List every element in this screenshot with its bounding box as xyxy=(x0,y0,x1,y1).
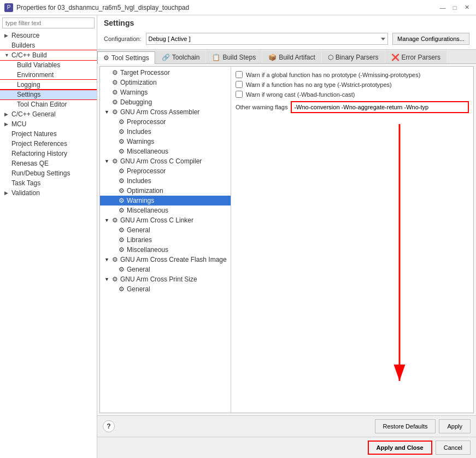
sidebar-item-label: Logging xyxy=(17,81,40,89)
sidebar-item-cpp-general[interactable]: ▶C/C++ General xyxy=(0,109,97,119)
sidebar-item-environment[interactable]: Environment xyxy=(0,70,97,80)
stree-item-gnu-asm[interactable]: ▼⚙GNU Arm Cross Assembler xyxy=(100,107,231,117)
tab-toolchain[interactable]: 🔗Toolchain xyxy=(156,51,206,63)
tab-icon-build-steps: 📋 xyxy=(212,54,220,61)
stree-label-libraries-linker: Libraries xyxy=(127,236,152,244)
stree-item-warnings[interactable]: ⚙Warnings xyxy=(100,87,231,97)
stree-icon-libraries-linker: ⚙ xyxy=(119,236,125,244)
sidebar-item-validation[interactable]: ▶Validation xyxy=(0,188,97,198)
stree-label-misc-linker: Miscellaneous xyxy=(127,246,168,254)
stree-icon-warnings-c: ⚙ xyxy=(119,197,125,204)
config-row: Configuration: Debug [ Active ] Manage C… xyxy=(104,31,469,47)
check-no-arg-type[interactable] xyxy=(236,81,243,88)
tab-build-artifact[interactable]: 📦Build Artifact xyxy=(262,51,321,63)
maximize-button[interactable]: □ xyxy=(450,3,460,13)
config-select[interactable]: Debug [ Active ] xyxy=(146,33,389,45)
stree-item-target-proc[interactable]: ⚙Target Processor xyxy=(100,68,231,78)
stree-label-optimization: Optimization xyxy=(120,79,157,86)
stree-label-general-print: General xyxy=(127,285,150,293)
stree-icon-general-print: ⚙ xyxy=(119,285,125,293)
stree-item-gnu-print[interactable]: ▼⚙GNU Arm Cross Print Size xyxy=(100,274,231,284)
apply-and-close-button[interactable]: Apply and Close xyxy=(368,441,432,455)
tab-icon-tool-settings: ⚙ xyxy=(103,54,109,62)
restore-defaults-button[interactable]: Restore Defaults xyxy=(375,419,436,433)
sidebar-item-build-vars[interactable]: Build Variables xyxy=(0,60,97,70)
stree-item-gnu-c-compiler[interactable]: ▼⚙GNU Arm Cross C Compiler xyxy=(100,156,231,166)
stree-item-general-linker[interactable]: ⚙General xyxy=(100,225,231,235)
sidebar-item-builders[interactable]: Builders xyxy=(0,40,97,50)
sidebar-item-project-natures[interactable]: Project Natures xyxy=(0,129,97,139)
stree-icon-misc-asm: ⚙ xyxy=(119,148,125,155)
sidebar-item-project-refs[interactable]: Project References xyxy=(0,139,97,149)
bottom-bar-row2: Apply and Close Cancel xyxy=(97,437,476,458)
stree-item-warnings-c[interactable]: ⚙Warnings xyxy=(100,196,231,205)
sidebar-item-cpp-build[interactable]: ▼C/C++ Build xyxy=(0,50,97,60)
warning-check-row-2: Warn if a function has no arg type (-Wst… xyxy=(236,81,469,88)
stree-icon-general-flash: ⚙ xyxy=(119,266,125,273)
sidebar-item-settings[interactable]: Settings xyxy=(0,90,97,99)
sidebar-item-tool-chain-editor[interactable]: Tool Chain Editor xyxy=(0,99,97,109)
apply-button[interactable]: Apply xyxy=(439,419,471,433)
stree-item-optimization-c[interactable]: ⚙Optimization xyxy=(100,186,231,196)
filter-input[interactable] xyxy=(2,17,95,28)
close-button[interactable]: ✕ xyxy=(462,3,472,13)
stree-label-general-linker: General xyxy=(127,226,150,234)
stree-item-general-print[interactable]: ⚙General xyxy=(100,284,231,294)
tab-error-parsers[interactable]: ❌Error Parsers xyxy=(385,51,446,63)
check-missing-prototype[interactable] xyxy=(236,71,243,78)
stree-item-warnings-asm[interactable]: ⚙Warnings xyxy=(100,137,231,146)
sidebar-item-label: Tool Chain Editor xyxy=(17,101,67,108)
flags-input[interactable] xyxy=(291,101,469,113)
bottom-left: ? xyxy=(103,420,115,432)
help-button[interactable]: ? xyxy=(103,420,115,432)
stree-label-misc-asm: Miscellaneous xyxy=(127,148,168,155)
sidebar-item-logging[interactable]: Logging xyxy=(0,80,97,90)
settings-title: Settings xyxy=(104,19,469,27)
stree-item-includes-asm[interactable]: ⚙Includes xyxy=(100,127,231,137)
sidebar-item-resource[interactable]: ▶Resource xyxy=(0,31,97,40)
sidebar-item-run-debug[interactable]: Run/Debug Settings xyxy=(0,168,97,178)
stree-label-gnu-print: GNU Arm Cross Print Size xyxy=(120,275,197,283)
sidebar-item-label: Project Natures xyxy=(11,130,57,138)
arrow-icon: ▶ xyxy=(4,121,10,127)
tab-binary-parsers[interactable]: ⬡Binary Parsers xyxy=(322,51,385,63)
stree-item-misc-asm[interactable]: ⚙Miscellaneous xyxy=(100,146,231,156)
stree-item-misc-linker[interactable]: ⚙Miscellaneous xyxy=(100,245,231,255)
check-wrong-cast[interactable] xyxy=(236,91,243,98)
sidebar-item-task-tags[interactable]: Task Tags xyxy=(0,178,97,188)
cancel-button[interactable]: Cancel xyxy=(436,441,471,455)
sidebar-item-renesas-qe[interactable]: Renesas QE xyxy=(0,158,97,168)
sidebar-item-label: Validation xyxy=(11,189,40,197)
stree-item-preprocessor-c[interactable]: ⚙Preprocessor xyxy=(100,166,231,176)
stree-item-debugging[interactable]: ⚙Debugging xyxy=(100,97,231,107)
stree-item-preprocessor-asm[interactable]: ⚙Preprocessor xyxy=(100,117,231,127)
stree-item-optimization[interactable]: ⚙Optimization xyxy=(100,78,231,87)
stree-item-general-flash[interactable]: ⚙General xyxy=(100,265,231,274)
minimize-button[interactable]: — xyxy=(438,3,448,13)
stree-item-gnu-c-linker[interactable]: ▼⚙GNU Arm Cross C Linker xyxy=(100,215,231,225)
sidebar-item-label: Build Variables xyxy=(17,61,60,69)
stree-label-debugging: Debugging xyxy=(120,98,152,106)
stree-icon-misc-c: ⚙ xyxy=(119,207,125,214)
stree-icon-preprocessor-asm: ⚙ xyxy=(119,118,125,126)
stree-icon-gnu-c-linker: ⚙ xyxy=(112,216,118,224)
stree-item-includes-c[interactable]: ⚙Includes xyxy=(100,176,231,186)
tab-label-binary-parsers: Binary Parsers xyxy=(336,54,379,61)
tab-build-steps[interactable]: 📋Build Steps xyxy=(206,51,262,63)
stree-icon-misc-linker: ⚙ xyxy=(119,246,125,254)
stree-label-includes-asm: Includes xyxy=(127,128,151,136)
sidebar-item-refactoring[interactable]: Refactoring History xyxy=(0,149,97,158)
tab-tool-settings[interactable]: ⚙Tool Settings xyxy=(97,51,155,64)
tab-label-tool-settings: Tool Settings xyxy=(111,54,149,62)
warning-label-1: Warn if a global function has no prototy… xyxy=(246,72,420,78)
manage-configurations-button[interactable]: Manage Configurations... xyxy=(392,33,469,45)
tab-icon-build-artifact: 📦 xyxy=(268,54,277,61)
stree-item-gnu-flash[interactable]: ▼⚙GNU Arm Cross Create Flash Image xyxy=(100,255,231,265)
stree-item-misc-c[interactable]: ⚙Miscellaneous xyxy=(100,205,231,215)
tab-icon-error-parsers: ❌ xyxy=(391,54,399,61)
sidebar-item-label: C/C++ General xyxy=(11,110,56,118)
sidebar-item-mcu[interactable]: ▶MCU xyxy=(0,119,97,129)
sidebar-item-label: Builders xyxy=(11,42,35,49)
stree-item-libraries-linker[interactable]: ⚙Libraries xyxy=(100,235,231,245)
tab-label-build-steps: Build Steps xyxy=(222,54,256,61)
